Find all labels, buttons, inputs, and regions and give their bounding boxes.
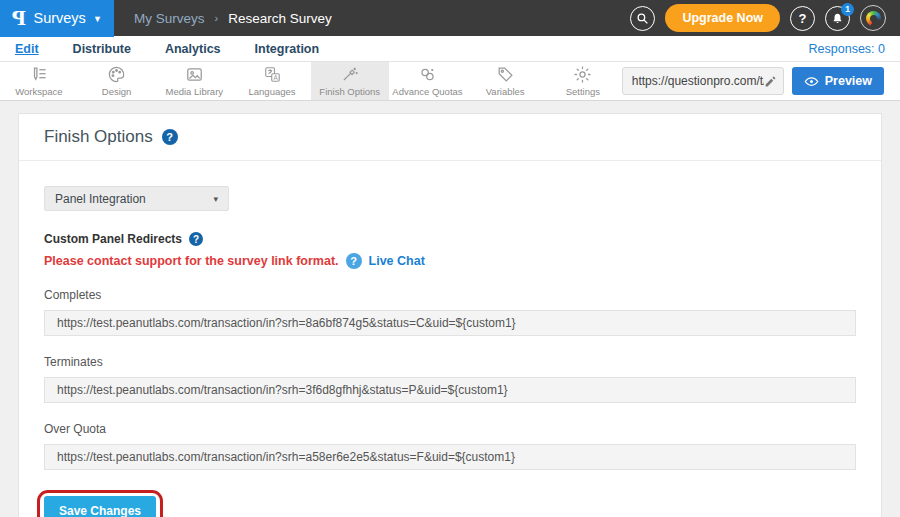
panel-body: Panel Integration ▾ Custom Panel Redirec… bbox=[19, 161, 881, 517]
toolbar-right-group: Preview bbox=[622, 62, 900, 100]
terminates-label: Terminates bbox=[44, 355, 856, 369]
custom-panel-redirects-row: Custom Panel Redirects ? bbox=[44, 232, 856, 246]
user-avatar[interactable] bbox=[860, 5, 886, 31]
questionpro-logo-icon: P bbox=[12, 9, 26, 28]
search-icon bbox=[636, 12, 649, 25]
terminates-field-group: Terminates https://test.peanutlabs.com/t… bbox=[44, 355, 856, 403]
breadcrumb-current-survey: Research Survey bbox=[228, 11, 332, 26]
preview-button[interactable]: Preview bbox=[792, 67, 884, 95]
finish-option-type-dropdown[interactable]: Panel Integration ▾ bbox=[44, 186, 229, 211]
toolbar-item-settings[interactable]: Settings bbox=[544, 62, 622, 100]
help-button[interactable]: ? bbox=[790, 6, 815, 31]
question-mark-icon: ? bbox=[799, 11, 807, 26]
workspace-icon bbox=[29, 65, 48, 84]
toolbar-item-label: Media Library bbox=[166, 86, 224, 97]
overquota-label: Over Quota bbox=[44, 422, 856, 436]
tab-edit[interactable]: Edit bbox=[15, 42, 39, 56]
advance-quotas-links-icon bbox=[418, 65, 437, 84]
toolbar-item-design[interactable]: Design bbox=[78, 62, 156, 100]
media-library-icon bbox=[185, 65, 204, 84]
completes-field-group: Completes https://test.peanutlabs.com/tr… bbox=[44, 288, 856, 336]
page-title: Finish Options bbox=[44, 127, 153, 147]
toolbar-item-workspace[interactable]: Workspace bbox=[0, 62, 78, 100]
tab-analytics[interactable]: Analytics bbox=[165, 42, 221, 56]
toolbar-item-label: Languages bbox=[249, 86, 296, 97]
edit-pencil-icon[interactable] bbox=[764, 75, 777, 88]
topbar-actions: Upgrade Now ? 1 bbox=[630, 4, 900, 32]
toolbar-item-label: Design bbox=[102, 86, 132, 97]
surveys-menu-button[interactable]: P Surveys ▼ bbox=[0, 0, 114, 37]
completes-label: Completes bbox=[44, 288, 856, 302]
search-button[interactable] bbox=[630, 6, 655, 31]
chevron-down-icon: ▾ bbox=[213, 194, 218, 204]
support-notice-row: Please contact support for the survey li… bbox=[44, 253, 856, 269]
survey-nav-row: Edit Distribute Analytics Integration Re… bbox=[0, 36, 900, 62]
toolbar-item-media-library[interactable]: Media Library bbox=[155, 62, 233, 100]
save-annotation-highlight: Save Changes bbox=[37, 490, 163, 517]
variables-tag-icon bbox=[496, 65, 515, 84]
completes-url-field[interactable]: https://test.peanutlabs.com/transaction/… bbox=[44, 310, 856, 336]
top-bar: P Surveys ▼ My Surveys › Research Survey… bbox=[0, 0, 900, 36]
panel-header: Finish Options ? bbox=[19, 114, 881, 161]
survey-nav-tabs: Edit Distribute Analytics Integration bbox=[15, 42, 319, 56]
chevron-down-icon: ▼ bbox=[93, 14, 102, 24]
terminates-url-field[interactable]: https://test.peanutlabs.com/transaction/… bbox=[44, 377, 856, 403]
live-chat-help-icon[interactable]: ? bbox=[346, 253, 362, 269]
custom-panel-redirects-label: Custom Panel Redirects bbox=[44, 232, 182, 246]
survey-url-box bbox=[622, 67, 784, 95]
survey-url-input[interactable] bbox=[632, 74, 764, 88]
languages-icon: A bbox=[263, 65, 282, 84]
live-chat-link[interactable]: Live Chat bbox=[369, 254, 425, 268]
finish-options-wand-icon bbox=[340, 65, 359, 84]
breadcrumb-separator: › bbox=[215, 12, 219, 24]
responses-count[interactable]: Responses: 0 bbox=[809, 42, 885, 56]
toolbar-item-label: Variables bbox=[486, 86, 525, 97]
toolbar-item-label: Finish Options bbox=[319, 86, 380, 97]
tab-distribute[interactable]: Distribute bbox=[73, 42, 131, 56]
product-name: Surveys bbox=[33, 10, 85, 26]
save-changes-button[interactable]: Save Changes bbox=[44, 496, 156, 517]
toolbar-item-label: Workspace bbox=[15, 86, 62, 97]
toolbar-item-label: Settings bbox=[566, 86, 600, 97]
finish-options-help-icon[interactable]: ? bbox=[162, 129, 178, 145]
toolbar-item-languages[interactable]: A Languages bbox=[233, 62, 311, 100]
edit-toolbar: Workspace Design Media Library A Languag… bbox=[0, 62, 900, 101]
toolbar-item-advance-quotas[interactable]: Advance Quotas bbox=[389, 62, 467, 100]
breadcrumb: My Surveys › Research Survey bbox=[134, 11, 332, 26]
preview-label: Preview bbox=[825, 74, 872, 88]
overquota-field-group: Over Quota https://test.peanutlabs.com/t… bbox=[44, 422, 856, 470]
toolbar-item-finish-options[interactable]: Finish Options bbox=[311, 62, 389, 100]
dropdown-selected-value: Panel Integration bbox=[55, 192, 146, 206]
redirects-help-icon[interactable]: ? bbox=[189, 232, 203, 246]
support-notice-text: Please contact support for the survey li… bbox=[44, 254, 339, 268]
toolbar-item-variables[interactable]: Variables bbox=[466, 62, 544, 100]
notifications-button[interactable]: 1 bbox=[825, 6, 850, 31]
notification-badge: 1 bbox=[841, 3, 854, 16]
finish-options-panel: Finish Options ? Panel Integration ▾ Cus… bbox=[18, 113, 882, 517]
breadcrumb-my-surveys[interactable]: My Surveys bbox=[134, 11, 205, 26]
tab-integration[interactable]: Integration bbox=[255, 42, 320, 56]
overquota-url-field[interactable]: https://test.peanutlabs.com/transaction/… bbox=[44, 444, 856, 470]
settings-gear-icon bbox=[573, 65, 592, 84]
toolbar-item-label: Advance Quotas bbox=[392, 86, 462, 97]
design-palette-icon bbox=[107, 65, 126, 84]
gauge-avatar-icon bbox=[866, 11, 881, 26]
upgrade-now-button[interactable]: Upgrade Now bbox=[665, 4, 780, 32]
eye-icon bbox=[804, 76, 819, 87]
